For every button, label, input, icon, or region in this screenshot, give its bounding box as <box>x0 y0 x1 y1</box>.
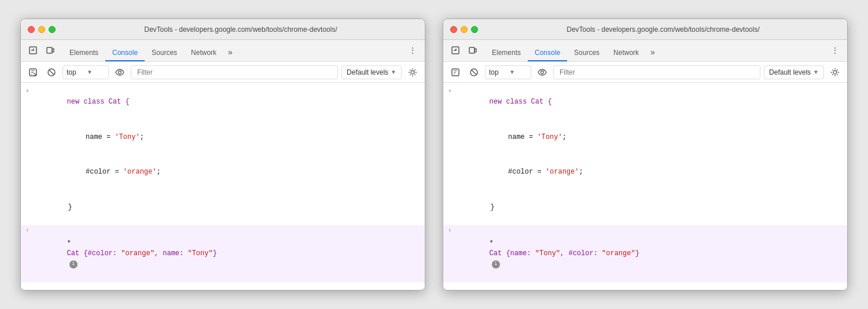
levels-dropdown-arrow-left: ▼ <box>391 69 396 75</box>
info-icon-left[interactable]: i <box>69 260 78 268</box>
code-line: name: "Tony" <box>476 283 843 290</box>
console-toolbar-left: top ▼ Default levels ▼ <box>21 62 425 83</box>
traffic-lights-left <box>28 26 56 33</box>
tab-bar-right-left: ⋮ <box>405 43 420 61</box>
clear-icon-right[interactable] <box>466 65 481 80</box>
filter-box-right[interactable] <box>553 65 760 79</box>
expand-arrow-left[interactable]: ▾ <box>67 238 71 246</box>
svg-rect-9 <box>469 47 475 53</box>
settings-icon-right[interactable] <box>827 65 843 80</box>
clear-icon-left[interactable] <box>44 65 59 80</box>
device-toolbar-icon[interactable] <box>43 43 58 58</box>
minimize-button[interactable] <box>38 26 45 33</box>
tab-items-right: Elements Console Sources Network » <box>485 44 827 61</box>
console-output-left: › new class Cat { name = 'Tony'; #color … <box>21 83 425 290</box>
list-item: name: "Tony" <box>443 282 847 290</box>
execute-icon-left[interactable] <box>25 65 41 80</box>
title-bar-left: DevTools - developers.google.com/web/too… <box>21 19 425 40</box>
kebab-menu-right[interactable]: ⋮ <box>827 43 843 58</box>
input-arrow-left: › <box>25 86 34 97</box>
console-output-right: › new class Cat { name = 'Tony'; #color … <box>443 83 847 290</box>
context-label-right: top <box>489 68 507 76</box>
tab-sources-right[interactable]: Sources <box>567 45 606 61</box>
svg-rect-1 <box>47 47 52 53</box>
context-selector-left[interactable]: top ▼ <box>62 65 109 79</box>
traffic-lights-right <box>450 26 478 33</box>
filter-input-left[interactable] <box>135 67 334 78</box>
svg-line-5 <box>49 70 54 75</box>
code-line: new class Cat { <box>456 86 843 119</box>
default-levels-left[interactable]: Default levels ▼ <box>341 65 402 79</box>
list-item: } <box>21 190 425 226</box>
svg-rect-2 <box>52 49 54 52</box>
svg-rect-10 <box>475 49 476 52</box>
code-line: new class Cat { <box>34 86 420 119</box>
tab-console-left[interactable]: Console <box>105 45 145 61</box>
list-item: #color = 'orange'; <box>21 155 425 190</box>
filter-box-left[interactable] <box>131 65 338 79</box>
default-levels-label-left: Default levels <box>347 68 388 76</box>
tab-bar-left: Elements Console Sources Network » ⋮ <box>21 40 425 62</box>
title-bar-right: DevTools - developers.google.com/web/too… <box>443 19 847 40</box>
more-tabs-right[interactable]: » <box>646 44 660 61</box>
window-title-right: DevTools - developers.google.com/web/too… <box>486 25 840 34</box>
svg-point-6 <box>119 71 122 73</box>
inspector-icon[interactable] <box>25 43 41 58</box>
tab-console-right[interactable]: Console <box>528 45 567 61</box>
expand-arrow-right[interactable]: ▾ <box>490 238 494 246</box>
list-item: ‹ ▾ Cat {#color: "orange", name: "Tony"}… <box>21 225 425 282</box>
list-item: #color = 'orange'; <box>443 155 847 190</box>
list-item: name: "Tony" <box>21 282 425 290</box>
close-button[interactable] <box>28 26 35 33</box>
eye-icon-right[interactable] <box>535 65 550 80</box>
default-levels-right[interactable]: Default levels ▼ <box>764 65 824 79</box>
code-line: name: "Tony" <box>53 283 420 290</box>
tab-bar-right-right: ⋮ <box>827 43 843 61</box>
console-toolbar-right: top ▼ Default levels ▼ <box>443 62 847 83</box>
output-arrow-left: ‹ <box>25 226 34 236</box>
devtools-window-right: DevTools - developers.google.com/web/too… <box>443 19 848 290</box>
tab-bar-right: Elements Console Sources Network » ⋮ <box>443 40 847 62</box>
maximize-button[interactable] <box>49 26 56 33</box>
output-arrow-right: ‹ <box>448 226 456 236</box>
input-arrow-right: › <box>448 86 456 97</box>
svg-point-7 <box>411 71 414 74</box>
tab-sources-left[interactable]: Sources <box>145 45 184 61</box>
code-line: #color = 'orange'; <box>466 156 843 189</box>
dropdown-arrow-right: ▼ <box>509 69 527 75</box>
filter-input-right[interactable] <box>557 67 756 78</box>
code-line: #color = 'orange'; <box>44 156 420 189</box>
close-button-right[interactable] <box>450 26 457 33</box>
inspector-icon-right[interactable] <box>448 43 463 58</box>
execute-icon-right[interactable] <box>448 65 463 80</box>
levels-dropdown-arrow-right: ▼ <box>813 69 819 75</box>
tab-network-right[interactable]: Network <box>606 45 646 61</box>
device-toolbar-icon-right[interactable] <box>465 43 480 58</box>
more-tabs-left[interactable]: » <box>223 44 237 61</box>
svg-point-15 <box>833 71 837 74</box>
dropdown-arrow-left: ▼ <box>87 69 105 75</box>
list-item: name = 'Tony'; <box>443 120 847 156</box>
list-item: › new class Cat { <box>443 85 847 120</box>
list-item: name = 'Tony'; <box>21 120 425 156</box>
kebab-menu-left[interactable]: ⋮ <box>405 43 420 58</box>
context-label-left: top <box>67 68 84 76</box>
code-line: ▾ Cat {name: "Tony", #color: "orange"} i <box>456 226 843 281</box>
maximize-button-right[interactable] <box>471 26 478 33</box>
code-line: ▾ Cat {#color: "orange", name: "Tony"} i <box>34 226 420 281</box>
tab-bar-tools <box>25 43 58 61</box>
settings-icon-left[interactable] <box>405 65 420 80</box>
tab-bar-tools-right <box>448 43 480 61</box>
info-icon-right[interactable]: i <box>492 260 500 268</box>
tab-items-left: Elements Console Sources Network » <box>62 44 405 61</box>
context-selector-right[interactable]: top ▼ <box>485 65 531 79</box>
svg-line-13 <box>472 70 476 75</box>
tab-elements-right[interactable]: Elements <box>485 45 528 61</box>
minimize-button-right[interactable] <box>461 26 468 33</box>
list-item: } <box>443 190 847 226</box>
eye-icon-left[interactable] <box>112 65 127 80</box>
tab-network-left[interactable]: Network <box>184 45 223 61</box>
devtools-window-left: DevTools - developers.google.com/web/too… <box>20 19 425 290</box>
code-line: } <box>35 191 420 225</box>
tab-elements-left[interactable]: Elements <box>62 45 105 61</box>
